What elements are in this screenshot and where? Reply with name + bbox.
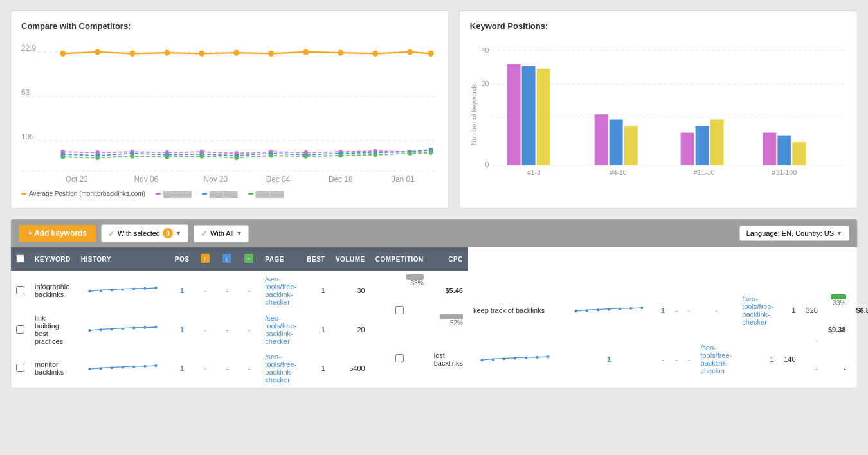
svg-text:Nov 06: Nov 06 — [134, 175, 159, 184]
header-volume: VOLUME — [330, 247, 370, 271]
header-col1: ↑ — [194, 247, 216, 271]
table-row: infographic backlinks 1 - - - /seo-tools… — [11, 271, 868, 290]
page-cell: /seo-tools/free-backlink-checker — [260, 349, 302, 388]
svg-text:↑: ↑ — [204, 255, 208, 262]
toolbar: + Add keywords ✓ With selected 0 ▼ ✓ Wit… — [11, 219, 857, 247]
sparkline-cell — [468, 330, 562, 388]
svg-point-114 — [503, 357, 505, 360]
svg-text:Oct 23: Oct 23 — [66, 175, 88, 184]
svg-point-20 — [303, 49, 309, 55]
legend-item-green: ▓▓▓▓▓▓ — [248, 190, 284, 197]
bar-chart-svg: Number of keywords 40 20 0 # — [470, 37, 847, 185]
svg-point-101 — [608, 308, 610, 310]
legend-dot-orange — [21, 193, 26, 195]
with-all-button[interactable]: ✓ With All ▼ — [194, 225, 249, 242]
header-col3: ~ — [238, 247, 260, 271]
svg-text:Dec 18: Dec 18 — [329, 175, 353, 184]
svg-point-102 — [619, 308, 621, 310]
row-checkbox-2[interactable] — [16, 325, 24, 334]
header-competition: COMPETITION — [370, 247, 429, 271]
page-link[interactable]: /seo-tools/free-backlink-checker — [265, 275, 296, 306]
svg-point-96 — [143, 287, 146, 290]
row-checkbox-4[interactable] — [16, 364, 24, 372]
svg-rect-74 — [610, 120, 623, 165]
svg-point-108 — [122, 327, 124, 330]
trend-down-icon: ↓ — [221, 253, 233, 264]
row-checkbox-1[interactable] — [395, 306, 404, 314]
svg-point-121 — [110, 366, 113, 369]
page-link[interactable]: /seo-tools/free-backlink-checker — [265, 314, 296, 345]
add-keywords-button[interactable]: + Add keywords — [19, 225, 96, 242]
language-select-button[interactable]: Language: EN, Country: US ▼ — [739, 226, 849, 241]
col1-cell: - — [194, 310, 216, 349]
svg-point-115 — [514, 357, 516, 359]
svg-point-18 — [233, 50, 239, 56]
bar-chart-area: Number of keywords 40 20 0 # — [470, 37, 847, 185]
legend-dot-purple — [156, 193, 161, 195]
svg-point-50 — [96, 156, 100, 160]
cpc-cell: $5.46 — [429, 271, 468, 310]
col2-cell: - — [216, 349, 238, 388]
sparkline-svg — [81, 358, 165, 377]
svg-point-117 — [536, 355, 538, 358]
header-keyword: KEYWORD — [30, 247, 76, 271]
svg-point-123 — [132, 366, 135, 368]
volume-cell: 20 — [330, 310, 370, 349]
svg-text:20: 20 — [482, 80, 489, 87]
svg-text:22.9: 22.9 — [21, 43, 36, 52]
svg-point-106 — [99, 328, 102, 331]
select-all-checkbox[interactable] — [16, 254, 24, 263]
pos-cell: 1 — [170, 310, 195, 349]
sparkline-svg — [567, 300, 651, 319]
keywords-table: KEYWORD HISTORY POS ↑ ↓ — [11, 247, 868, 388]
svg-rect-79 — [710, 120, 724, 165]
svg-rect-83 — [792, 142, 806, 165]
svg-point-22 — [372, 51, 378, 57]
svg-rect-75 — [624, 126, 638, 165]
svg-point-58 — [373, 152, 377, 157]
line-chart-legend: Average Position (monitorbacklinks.com) … — [21, 190, 438, 197]
svg-point-122 — [122, 366, 124, 368]
toolbar-left: + Add keywords ✓ With selected 0 ▼ ✓ Wit… — [19, 224, 249, 242]
with-selected-button[interactable]: ✓ With selected 0 ▼ — [101, 224, 188, 242]
col3-cell: - — [238, 349, 260, 388]
volume-cell: 30 — [330, 271, 370, 310]
page-cell: /seo-tools/free-backlink-checker — [737, 290, 779, 330]
selected-count-badge: 0 — [163, 228, 173, 238]
page-link[interactable]: /seo-tools/free-backlink-checker — [742, 295, 773, 326]
svg-rect-70 — [521, 66, 535, 165]
trend-up-icon: ↑ — [199, 253, 211, 264]
svg-point-124 — [143, 365, 146, 368]
page-link[interactable]: /seo-tools/free-backlink-checker — [700, 344, 732, 375]
sparkline-svg — [81, 280, 165, 299]
col2-cell: - — [216, 271, 238, 310]
best-cell: 1 — [302, 271, 330, 310]
line-chart-area: 22.9 63 105 Oct 23 Nov 06 Nov 20 Dec 04 … — [21, 37, 438, 185]
keyword-cell: keep track of backlinks — [468, 290, 562, 330]
svg-rect-78 — [695, 126, 709, 165]
svg-point-99 — [586, 309, 588, 312]
col3-cell: - — [238, 310, 260, 349]
best-cell: 1 — [302, 349, 330, 388]
sparkline-svg — [81, 319, 165, 339]
svg-text:Number of keywords: Number of keywords — [471, 84, 478, 145]
page-cell: /seo-tools/free-backlink-checker — [260, 271, 302, 310]
row-checkbox-cell — [11, 349, 30, 388]
svg-text:~: ~ — [247, 255, 251, 262]
row-checkbox-3[interactable] — [395, 354, 404, 362]
svg-text:105: 105 — [21, 132, 34, 141]
table-body: infographic backlinks 1 - - - /seo-tools… — [11, 271, 868, 388]
svg-point-59 — [408, 151, 411, 156]
table-header-row: KEYWORD HISTORY POS ↑ ↓ — [11, 247, 868, 271]
best-cell: 1 — [737, 330, 779, 388]
svg-point-54 — [234, 156, 238, 160]
page-link[interactable]: /seo-tools/free-backlink-checker — [265, 353, 296, 384]
row-checkbox-cell — [370, 330, 429, 388]
svg-point-98 — [574, 310, 577, 312]
legend-label-purple: ▓▓▓▓▓▓ — [163, 190, 192, 197]
col3-cell: - — [238, 271, 260, 310]
bar-chart-title: Keyword Positions: — [470, 21, 847, 31]
svg-point-104 — [640, 307, 643, 309]
cpc-cell: - — [851, 330, 869, 388]
row-checkbox-0[interactable] — [16, 286, 24, 294]
